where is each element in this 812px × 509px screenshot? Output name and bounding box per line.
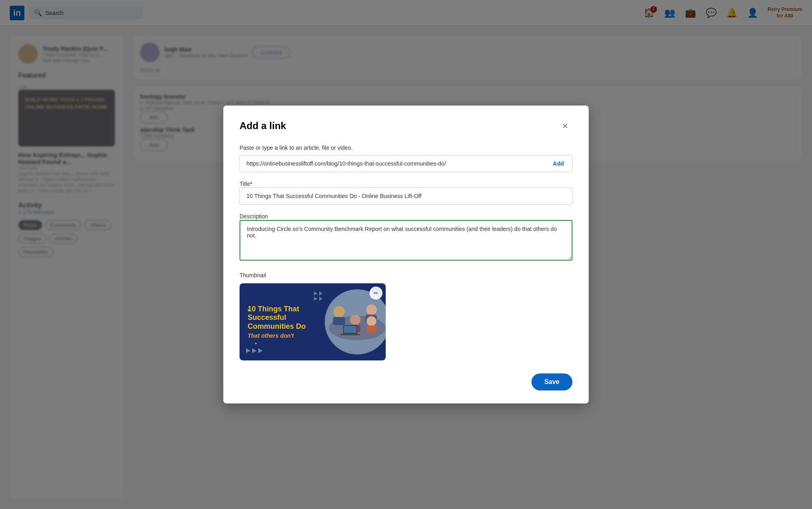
thumbnail-title-line1: 10 Things That Successful Communities Do <box>248 305 312 331</box>
thumbnail-container: 10 Things That Successful Communities Do… <box>240 283 386 360</box>
bottom-arrow-2 <box>252 348 257 353</box>
svg-point-2 <box>333 306 345 317</box>
description-field-label: Description <box>240 213 268 220</box>
svg-rect-11 <box>344 326 356 333</box>
svg-point-6 <box>350 315 361 325</box>
modal-title: Add a link <box>240 120 286 132</box>
deco-arrow-2 <box>319 291 323 295</box>
thumbnail-label: Thumbnail <box>240 272 572 278</box>
save-button[interactable]: Save <box>531 373 572 390</box>
thumbnail-edit-button[interactable]: ✏ <box>369 287 382 300</box>
url-field-label: Paste or type a link to an article, file… <box>240 145 572 151</box>
thumbnail-background: 10 Things That Successful Communities Do… <box>240 283 386 360</box>
url-input[interactable] <box>240 155 545 172</box>
bottom-arrow-1 <box>246 348 251 353</box>
modal-footer: Save <box>240 373 572 390</box>
deco-arrow-1 <box>314 291 317 295</box>
svg-rect-12 <box>340 334 360 335</box>
modal-close-button[interactable]: × <box>558 119 572 133</box>
modal-header: Add a link × <box>240 119 572 133</box>
bottom-arrow-3 <box>258 348 263 353</box>
add-url-button[interactable]: Add <box>545 155 572 172</box>
svg-rect-9 <box>367 326 376 333</box>
svg-point-8 <box>367 316 376 326</box>
url-input-row: Add <box>240 155 572 172</box>
add-link-modal: Add a link × Paste or type a link to an … <box>223 106 589 403</box>
description-textarea[interactable]: Introducing Circle.so's Community Benchm… <box>240 220 572 261</box>
title-input[interactable] <box>240 188 572 205</box>
bottom-arrows <box>246 348 263 353</box>
title-field-label: Title* <box>240 181 252 187</box>
thumbnail-text-area: 10 Things That Successful Communities Do… <box>240 297 320 347</box>
svg-rect-3 <box>333 317 345 325</box>
thumbnail-subtitle: That others don't <box>248 332 312 339</box>
svg-point-4 <box>366 304 377 315</box>
modal-backdrop: Add a link × Paste or type a link to an … <box>0 0 812 509</box>
